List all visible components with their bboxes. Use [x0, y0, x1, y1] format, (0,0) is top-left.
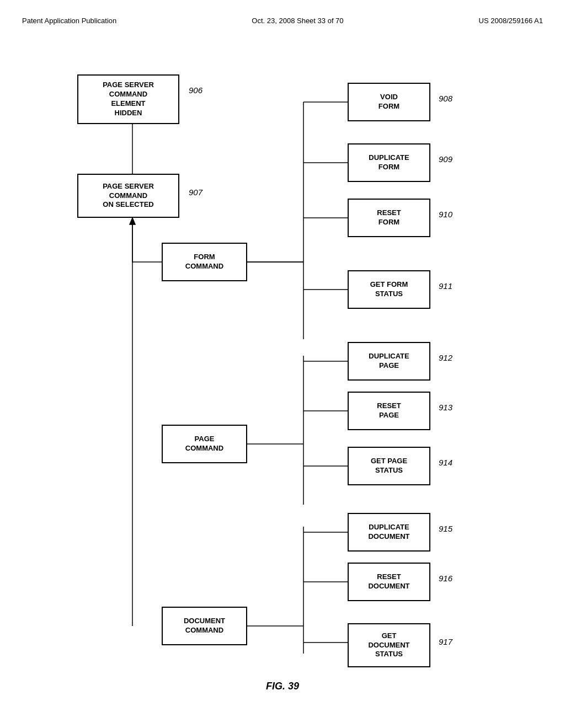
label-913: 913 [439, 403, 452, 412]
page-header: Patent Application Publication Oct. 23, … [22, 11, 543, 41]
label-910: 910 [439, 210, 452, 219]
box-909: DUPLICATE FORM [348, 143, 430, 182]
label-906: 906 [189, 85, 202, 95]
box-912: DUPLICATE PAGE [348, 342, 430, 381]
label-907: 907 [189, 188, 202, 197]
box-page-command: PAGE COMMAND [162, 425, 247, 463]
box-913: RESET PAGE [348, 392, 430, 430]
box-908: VOID FORM [348, 83, 430, 121]
header-center: Oct. 23, 2008 Sheet 33 of 70 [252, 17, 343, 25]
label-916: 916 [439, 574, 452, 583]
connector-lines [22, 47, 543, 698]
box-907: PAGE SERVER COMMAND ON SELECTED [77, 174, 179, 218]
label-914: 914 [439, 458, 452, 467]
header-right: US 2008/259166 A1 [479, 17, 543, 25]
label-911: 911 [439, 281, 452, 291]
box-906: PAGE SERVER COMMAND ELEMENT HIDDEN [77, 74, 179, 124]
box-doc-command: DOCUMENT COMMAND [162, 607, 247, 645]
box-917: GET DOCUMENT STATUS [348, 623, 430, 667]
label-915: 915 [439, 524, 452, 533]
box-914: GET PAGE STATUS [348, 447, 430, 485]
label-908: 908 [439, 94, 452, 103]
page: Patent Application Publication Oct. 23, … [0, 0, 565, 728]
header-left: Patent Application Publication [22, 17, 116, 25]
label-917: 917 [439, 637, 452, 646]
diagram-area: PAGE SERVER COMMAND ELEMENT HIDDEN 906 P… [22, 47, 543, 698]
label-912: 912 [439, 353, 452, 362]
svg-marker-1 [130, 218, 135, 224]
box-form-command: FORM COMMAND [162, 243, 247, 281]
figure-caption: FIG. 39 [266, 681, 299, 692]
box-910: RESET FORM [348, 199, 430, 237]
label-909: 909 [439, 154, 452, 164]
box-916: RESET DOCUMENT [348, 563, 430, 601]
box-911: GET FORM STATUS [348, 270, 430, 309]
box-915: DUPLICATE DOCUMENT [348, 513, 430, 552]
